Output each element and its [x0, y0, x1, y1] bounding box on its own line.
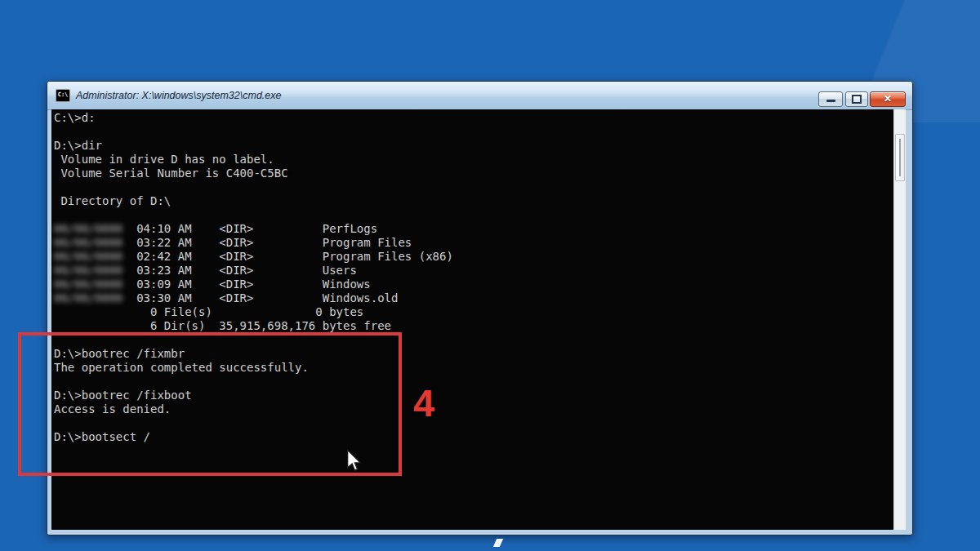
- console-line: [54, 333, 893, 347]
- maximize-icon: [852, 95, 862, 104]
- terminal-output[interactable]: C:\>d: D:\>dir Volume in drive D has no …: [51, 109, 893, 530]
- redacted-date-blur: 00/00/0000: [54, 236, 122, 249]
- cmd-icon: C:\: [56, 89, 70, 102]
- annotation-step-number: 4: [413, 380, 434, 425]
- console-line: [54, 416, 893, 430]
- redacted-date-blur: 00/00/0000: [54, 250, 122, 263]
- minimize-icon: [826, 100, 835, 102]
- redacted-date-blur: 00/00/0000: [54, 278, 122, 291]
- console-line: D:\>dir: [54, 139, 893, 153]
- maximize-button[interactable]: [845, 91, 868, 107]
- dir-row-text: 03:22 AM <DIR> Program Files: [122, 236, 412, 249]
- console-line: C:\>d:: [54, 111, 893, 125]
- close-icon: ✕: [871, 92, 905, 106]
- dir-row: 00/00/0000 04:10 AM <DIR> PerfLogs: [54, 222, 893, 236]
- dir-row-text: 04:10 AM <DIR> PerfLogs: [122, 222, 377, 235]
- dir-row: 00/00/0000 02:42 AM <DIR> Program Files …: [54, 250, 893, 264]
- redacted-date-blur: 00/00/0000: [54, 264, 122, 277]
- dir-row: 00/00/0000 03:09 AM <DIR> Windows: [54, 278, 893, 291]
- console-area: C:\>d: D:\>dir Volume in drive D has no …: [51, 109, 906, 530]
- dir-row-text: 03:30 AM <DIR> Windows.old: [122, 291, 398, 304]
- dir-summary-line: 6 Dir(s) 35,915,698,176 bytes free: [54, 319, 893, 333]
- console-line: [54, 208, 893, 222]
- dir-row: 00/00/0000 03:23 AM <DIR> Users: [54, 264, 893, 278]
- console-line: [54, 375, 893, 389]
- scrollbar-thumb[interactable]: [895, 134, 905, 181]
- console-line: Volume in drive D has no label.: [54, 153, 893, 167]
- dir-summary-line: 0 File(s) 0 bytes: [54, 305, 893, 319]
- console-line: Access is denied.: [54, 402, 893, 416]
- console-line: D:\>bootrec /fixmbr: [54, 347, 893, 361]
- redacted-date-blur: 00/00/0000: [54, 222, 122, 235]
- vertical-scrollbar[interactable]: [893, 109, 906, 530]
- dir-row-text: 03:09 AM <DIR> Windows: [122, 278, 370, 291]
- minimize-button[interactable]: [818, 91, 843, 107]
- partial-watermark: [493, 539, 503, 547]
- console-line: Volume Serial Number is C400-C5BC: [54, 167, 893, 180]
- console-line: D:\>bootsect /: [54, 430, 893, 444]
- console-line: D:\>bootrec /fixboot: [54, 389, 893, 402]
- window-titlebar[interactable]: C:\ Administrator: X:\windows\system32\c…: [47, 82, 912, 110]
- console-line: The operation completed successfully.: [54, 361, 893, 375]
- dir-row-text: 02:42 AM <DIR> Program Files (x86): [122, 250, 453, 263]
- dir-row: 00/00/0000 03:30 AM <DIR> Windows.old: [54, 291, 893, 305]
- console-line: [54, 125, 893, 139]
- redacted-date-blur: 00/00/0000: [54, 291, 122, 304]
- window-title: Administrator: X:\windows\system32\cmd.e…: [76, 90, 281, 101]
- console-line: Directory of D:\: [54, 194, 893, 208]
- close-button[interactable]: ✕: [870, 91, 906, 107]
- dir-row: 00/00/0000 03:22 AM <DIR> Program Files: [54, 236, 893, 250]
- console-line: [54, 180, 893, 194]
- dir-row-text: 03:23 AM <DIR> Users: [122, 264, 357, 277]
- cmd-window: C:\ Administrator: X:\windows\system32\c…: [47, 81, 913, 535]
